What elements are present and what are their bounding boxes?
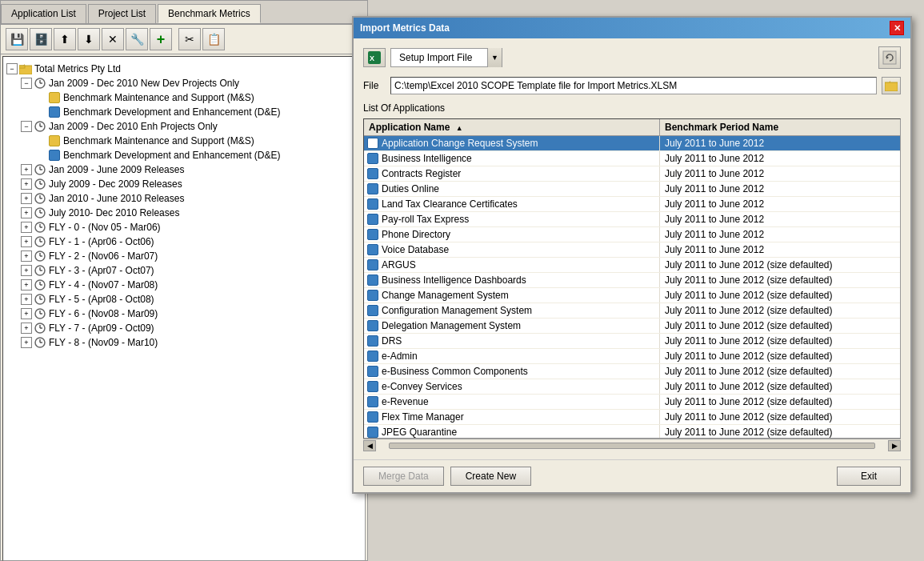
tree-node[interactable]: Benchmark Maintenance and Support (M&S) bbox=[6, 90, 362, 105]
app-name-text: DRS bbox=[382, 335, 402, 347]
table-row[interactable]: Flex Time Manager July 2011 to June 2012… bbox=[364, 410, 900, 425]
h-scrollbar[interactable]: ◀ ▶ bbox=[363, 439, 901, 451]
table-row[interactable]: DRS July 2011 to June 2012 (size default… bbox=[364, 334, 900, 349]
table-row[interactable]: JPEG Quarantine July 2011 to June 2012 (… bbox=[364, 425, 900, 438]
col-benchmark-header[interactable]: Benchmark Period Name bbox=[660, 119, 900, 135]
import-excel-icon: X bbox=[363, 48, 386, 67]
tree-node[interactable]: +FLY - 3 - (Apr07 - Oct07) bbox=[6, 263, 362, 278]
table-row[interactable]: ARGUS July 2011 to June 2012 (size defau… bbox=[364, 258, 900, 273]
row-app-name: DRS bbox=[364, 334, 660, 348]
expand-btn[interactable]: + bbox=[21, 236, 32, 247]
app-table-scroll[interactable]: Application Change Request System July 2… bbox=[364, 136, 900, 438]
dialog-titlebar: Import Metrics Data ✕ bbox=[354, 18, 910, 38]
tree-node[interactable]: +FLY - 8 - (Nov09 - Mar10) bbox=[6, 335, 362, 350]
expand-btn[interactable]: − bbox=[21, 121, 32, 132]
table-row[interactable]: Delegation Management System July 2011 t… bbox=[364, 319, 900, 334]
row-benchmark: July 2011 to June 2012 bbox=[660, 151, 900, 166]
col-app-name-header[interactable]: Application Name ▲ bbox=[364, 119, 660, 135]
expand-btn[interactable]: + bbox=[21, 265, 32, 276]
toolbar-copy-btn[interactable]: 📋 bbox=[202, 28, 225, 50]
expand-btn[interactable]: − bbox=[21, 78, 32, 89]
merge-data-btn[interactable]: Merge Data bbox=[363, 467, 444, 486]
app-row-icon bbox=[367, 259, 378, 270]
expand-btn[interactable]: + bbox=[21, 193, 32, 204]
toolbar-add-btn[interactable]: + bbox=[150, 28, 172, 50]
tree-node[interactable]: +FLY - 6 - (Nov08 - Mar09) bbox=[6, 307, 362, 321]
table-row[interactable]: Phone Directory July 2011 to June 2012 bbox=[364, 227, 900, 242]
toolbar-delete-btn[interactable]: ✕ bbox=[102, 28, 124, 50]
tree-node[interactable]: +FLY - 0 - (Nov 05 - Mar06) bbox=[6, 220, 362, 234]
file-path-input[interactable] bbox=[390, 77, 877, 94]
expand-btn[interactable]: + bbox=[21, 207, 32, 218]
table-row[interactable]: e-Business Common Components July 2011 t… bbox=[364, 364, 900, 379]
dropdown-arrow-icon[interactable]: ▼ bbox=[487, 48, 502, 67]
expand-btn[interactable]: + bbox=[21, 222, 32, 233]
table-row[interactable]: e-Revenue July 2011 to June 2012 (size d… bbox=[364, 395, 900, 410]
tree-node[interactable]: +FLY - 1 - (Apr06 - Oct06) bbox=[6, 234, 362, 249]
tree-node[interactable]: +FLY - 4 - (Nov07 - Mar08) bbox=[6, 278, 362, 292]
dialog-close-btn[interactable]: ✕ bbox=[890, 21, 904, 35]
tree-node[interactable]: +July 2010- Dec 2010 Releases bbox=[6, 206, 362, 220]
file-browse-btn[interactable] bbox=[882, 77, 901, 94]
table-row[interactable]: Land Tax Clearance Certificates July 201… bbox=[364, 197, 900, 212]
tree-area[interactable]: − Total Metrics Pty Ltd −Jan 2009 - Dec … bbox=[2, 56, 366, 561]
expand-btn[interactable]: + bbox=[21, 337, 32, 348]
tree-node[interactable]: Benchmark Maintenance and Support (M&S) bbox=[6, 134, 362, 148]
table-row[interactable]: Application Change Request System July 2… bbox=[364, 136, 900, 151]
tab-benchmark-metrics[interactable]: Benchmark Metrics bbox=[158, 4, 261, 23]
expand-btn[interactable]: + bbox=[21, 323, 32, 334]
row-benchmark: July 2011 to June 2012 (size defaulted) bbox=[660, 303, 900, 318]
exit-btn[interactable]: Exit bbox=[837, 467, 901, 486]
tree-node[interactable]: +FLY - 5 - (Apr08 - Oct08) bbox=[6, 292, 362, 307]
tree-node[interactable]: −Jan 2009 - Dec 2010 Enh Projects Only bbox=[6, 119, 362, 134]
root-expand-btn[interactable]: − bbox=[6, 63, 18, 74]
import-dropdown[interactable]: Setup Import File ▼ bbox=[390, 48, 502, 67]
tree-node[interactable]: +Jan 2010 - June 2010 Releases bbox=[6, 191, 362, 206]
app-table-header: Application Name ▲ Benchmark Period Name bbox=[364, 119, 900, 136]
file-label: File bbox=[363, 80, 386, 91]
tree-node[interactable]: +Jan 2009 - June 2009 Releases bbox=[6, 162, 362, 177]
table-row[interactable]: Duties Online July 2011 to June 2012 bbox=[364, 182, 900, 197]
tree-node[interactable]: Benchmark Development and Enhancement (D… bbox=[6, 105, 362, 119]
toolbar-wrench-btn[interactable]: 🔧 bbox=[126, 28, 148, 50]
expand-btn[interactable]: + bbox=[21, 294, 32, 305]
table-row[interactable]: Configuration Management System July 201… bbox=[364, 303, 900, 319]
tree-node[interactable]: −Jan 2009 - Dec 2010 New Dev Projects On… bbox=[6, 76, 362, 90]
toolbar-down-btn[interactable]: ⬇ bbox=[78, 28, 100, 50]
toolbar-cut-btn[interactable]: ✂ bbox=[178, 28, 201, 50]
table-row[interactable]: Change Management System July 2011 to Ju… bbox=[364, 288, 900, 303]
row-app-name: Business Intelligence bbox=[364, 151, 660, 166]
row-benchmark: July 2011 to June 2012 bbox=[660, 212, 900, 226]
tree-node[interactable]: Benchmark Development and Enhancement (D… bbox=[6, 148, 362, 162]
tab-project-list[interactable]: Project List bbox=[88, 4, 156, 23]
expand-btn[interactable]: + bbox=[21, 250, 32, 262]
expand-btn[interactable]: + bbox=[21, 279, 32, 291]
table-row[interactable]: Voice Database July 2011 to June 2012 bbox=[364, 242, 900, 258]
toolbar-up-btn[interactable]: ⬆ bbox=[54, 28, 76, 50]
tree-node[interactable]: +FLY - 2 - (Nov06 - Mar07) bbox=[6, 249, 362, 263]
table-row[interactable]: e-Convey Services July 2011 to June 2012… bbox=[364, 379, 900, 395]
toolbar-save2-btn[interactable]: 🗄️ bbox=[30, 28, 52, 50]
expand-btn[interactable]: + bbox=[21, 164, 32, 175]
dropdown-label: Setup Import File bbox=[391, 52, 487, 63]
row-app-name: Voice Database bbox=[364, 242, 660, 257]
tree-node-label: Jan 2009 - Dec 2010 New Dev Projects Onl… bbox=[49, 78, 239, 89]
table-row[interactable]: Pay-roll Tax Express July 2011 to June 2… bbox=[364, 212, 900, 227]
tree-root[interactable]: − Total Metrics Pty Ltd bbox=[6, 62, 362, 76]
expand-btn[interactable]: + bbox=[21, 308, 32, 319]
create-new-btn[interactable]: Create New bbox=[450, 467, 531, 486]
tree-node[interactable]: +FLY - 7 - (Apr09 - Oct09) bbox=[6, 321, 362, 335]
toolbar-save-btn[interactable]: 💾 bbox=[6, 28, 28, 50]
tree-node[interactable]: +July 2009 - Dec 2009 Releases bbox=[6, 177, 362, 191]
row-app-name: JPEG Quarantine bbox=[364, 425, 660, 438]
tab-application-list[interactable]: Application List bbox=[1, 4, 86, 23]
refresh-btn[interactable] bbox=[878, 46, 901, 69]
h-scrollbar-thumb[interactable] bbox=[389, 443, 875, 449]
table-row[interactable]: e-Admin July 2011 to June 2012 (size def… bbox=[364, 349, 900, 364]
table-row[interactable]: Contracts Register July 2011 to June 201… bbox=[364, 166, 900, 182]
table-row[interactable]: Business Intelligence Dashboards July 20… bbox=[364, 273, 900, 288]
app-name-text: Land Tax Clearance Certificates bbox=[382, 198, 518, 210]
table-row[interactable]: Business Intelligence July 2011 to June … bbox=[364, 151, 900, 166]
expand-btn[interactable]: + bbox=[21, 178, 32, 190]
app-name-text: e-Business Common Components bbox=[382, 366, 528, 377]
